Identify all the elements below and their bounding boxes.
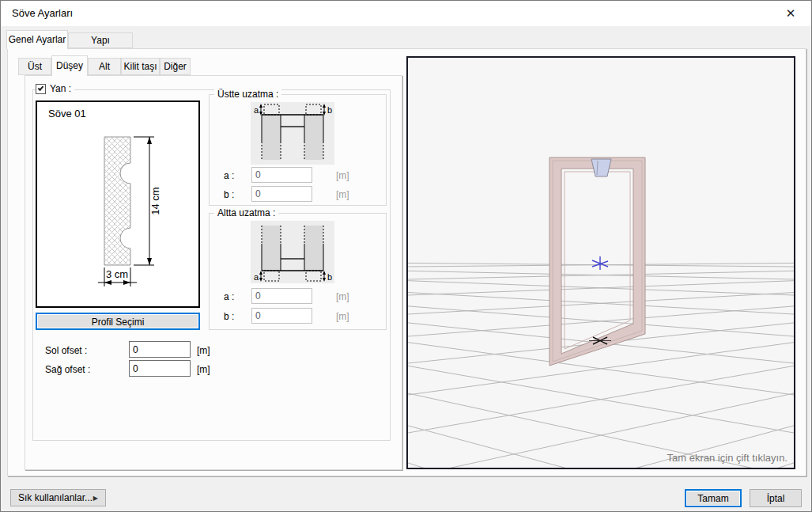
sag-ofset-input[interactable] <box>129 360 191 377</box>
dialog-sove-ayarlari: Söve Ayarları ✕ Genel Ayarlar Yapı Bileş… <box>0 0 812 512</box>
ust-b-input <box>251 186 312 202</box>
tab-genel-ayarlar[interactable]: Genel Ayarlar <box>6 30 68 49</box>
profile-width-dim: 3 cm <box>106 268 128 280</box>
alt-a-unit: [m] <box>336 291 349 302</box>
alt-a-input <box>251 288 312 304</box>
yan-checkbox[interactable] <box>36 84 46 94</box>
dialog-title: Söve Ayarları <box>12 7 73 19</box>
profile-height-dim: 14 cm <box>149 187 161 214</box>
ustte-uzatma-title: Üstte uzatma : <box>214 89 281 100</box>
keystone <box>591 159 611 176</box>
diagram-b-label: b <box>327 272 332 282</box>
profil-secimi-button[interactable]: Profil Seçimi <box>36 313 200 330</box>
diagram-b-label: b <box>327 105 332 115</box>
titlebar: Söve Ayarları ✕ <box>1 1 811 26</box>
profile-preview[interactable]: Söve 01 14 cm 3 cm <box>36 101 200 308</box>
checkbox-check-icon <box>38 85 44 91</box>
subtab-ust[interactable]: Üst <box>18 58 51 75</box>
sol-ofset-unit: [m] <box>197 345 210 356</box>
diagram-a-label: a <box>254 272 259 282</box>
ustte-uzatma-diagram: a b <box>251 102 334 165</box>
floor-grid <box>408 257 794 468</box>
sag-ofset-unit: [m] <box>197 364 210 375</box>
altta-uzatma-diagram: a b <box>251 221 334 283</box>
sag-ofset-label: Sağ ofset : <box>45 364 90 375</box>
ust-b-unit: [m] <box>336 189 349 200</box>
profile-name: Söve 01 <box>48 108 86 119</box>
diagram-a-label: a <box>254 105 259 115</box>
altta-uzatma-title: Altta uzatma : <box>214 207 278 218</box>
3d-scene <box>408 58 794 468</box>
alt-b-input <box>251 308 312 324</box>
alt-a-label: a : <box>224 291 234 302</box>
yan-checkbox-row[interactable]: Yan : <box>36 83 74 94</box>
tab-yapi-bilesenleri[interactable]: Yapı Bileşenleri <box>68 32 133 48</box>
ok-button[interactable]: Tamam <box>685 489 742 507</box>
close-icon[interactable]: ✕ <box>780 5 802 22</box>
alt-b-unit: [m] <box>336 311 349 322</box>
profile-shape <box>104 137 130 265</box>
subtab-dusey[interactable]: Düşey <box>51 55 88 76</box>
favorites-label: Sık kullanılanlar... <box>18 492 93 503</box>
cancel-button[interactable]: İptal <box>750 489 802 507</box>
yan-checkbox-label: Yan : <box>50 83 71 94</box>
ust-b-label: b : <box>224 189 234 200</box>
3d-preview-viewport[interactable]: Tam ekran için çift tıklayın. <box>406 56 795 469</box>
chevron-right-icon: ▶ <box>93 495 98 502</box>
sol-ofset-input[interactable] <box>129 341 191 358</box>
favorites-button[interactable]: Sık kullanılanlar... ▶ <box>10 489 106 506</box>
fullscreen-hint: Tam ekran için çift tıklayın. <box>667 452 787 464</box>
alt-b-label: b : <box>224 311 234 322</box>
profile-drawing: Söve 01 14 cm 3 cm <box>37 102 198 306</box>
subtab-diger[interactable]: Diğer <box>160 58 191 75</box>
axis-marker <box>592 256 608 270</box>
subtab-kilit-tasi[interactable]: Kilit taşı <box>121 58 160 75</box>
subtab-alt[interactable]: Alt <box>88 58 121 75</box>
ust-a-unit: [m] <box>336 170 349 181</box>
ust-a-input <box>251 167 312 183</box>
sol-ofset-label: Sol ofset : <box>45 345 87 356</box>
ust-a-label: a : <box>224 170 234 181</box>
